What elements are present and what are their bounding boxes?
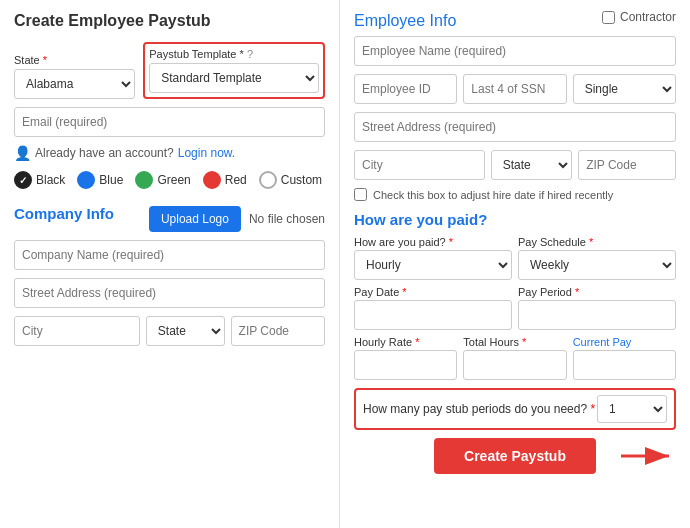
employee-zip-input[interactable] xyxy=(578,150,676,180)
paystub-template-label: Paystub Template * ? xyxy=(149,48,319,60)
arrow-indicator xyxy=(621,441,681,471)
right-panel: Employee Info Contractor Single State C xyxy=(340,0,690,528)
color-black[interactable]: ✓ Black xyxy=(14,171,65,189)
no-file-label: No file chosen xyxy=(249,212,325,226)
login-link[interactable]: Login now. xyxy=(178,146,235,160)
hourly-rate-input[interactable]: 20 xyxy=(354,350,457,380)
color-circle-red xyxy=(203,171,221,189)
stub-period-select[interactable]: 1 xyxy=(597,395,667,423)
employee-street-input[interactable] xyxy=(354,112,676,142)
color-circle-black: ✓ xyxy=(14,171,32,189)
color-circle-green xyxy=(135,171,153,189)
color-label-black: Black xyxy=(36,173,65,187)
color-label-red: Red xyxy=(225,173,247,187)
company-street-input[interactable] xyxy=(14,278,325,308)
employee-city-input[interactable] xyxy=(354,150,485,180)
color-red[interactable]: Red xyxy=(203,171,247,189)
page-title: Create Employee Paystub xyxy=(14,12,325,30)
employee-id-input[interactable] xyxy=(354,74,457,104)
adjust-hire-date-label: Check this box to adjust hire date if hi… xyxy=(373,189,613,201)
upload-logo-button[interactable]: Upload Logo xyxy=(149,206,241,232)
contractor-row: Contractor xyxy=(602,10,676,24)
color-label-custom: Custom xyxy=(281,173,322,187)
create-paystub-button[interactable]: Create Paystub xyxy=(434,438,596,474)
email-input[interactable] xyxy=(14,107,325,137)
template-help-icon[interactable]: ? xyxy=(247,48,253,60)
pay-section-title: How are you paid? xyxy=(354,211,676,228)
color-label-blue: Blue xyxy=(99,173,123,187)
color-custom[interactable]: Custom xyxy=(259,171,322,189)
total-hours-label: Total Hours * xyxy=(463,336,566,348)
color-circle-custom xyxy=(259,171,277,189)
pay-period-label: Pay Period * xyxy=(518,286,676,298)
account-text: Already have an account? xyxy=(35,146,174,160)
color-label-green: Green xyxy=(157,173,190,187)
left-panel: Create Employee Paystub State * Alabama … xyxy=(0,0,340,528)
company-info-title: Company Info xyxy=(14,205,114,222)
last4-ssn-input[interactable] xyxy=(463,74,566,104)
pay-schedule-select[interactable]: Weekly xyxy=(518,250,676,280)
filing-status-select[interactable]: Single xyxy=(573,74,676,104)
company-state-select[interactable]: State xyxy=(146,316,225,346)
employee-state-select[interactable]: State xyxy=(491,150,573,180)
person-icon: 👤 xyxy=(14,145,31,161)
color-row: ✓ Black Blue Green Red Custom xyxy=(14,171,325,189)
total-hours-input[interactable]: 40 xyxy=(463,350,566,380)
employee-name-input[interactable] xyxy=(354,36,676,66)
pay-date-input[interactable]: 05/19/2021 xyxy=(354,300,512,330)
color-circle-blue xyxy=(77,171,95,189)
pay-schedule-label: Pay Schedule * xyxy=(518,236,676,248)
current-pay-label: Current Pay xyxy=(573,336,676,348)
pay-period-input[interactable]: 05/13/2021 - 05/19/2021 xyxy=(518,300,676,330)
color-blue[interactable]: Blue xyxy=(77,171,123,189)
paystub-template-select[interactable]: Standard Template xyxy=(149,63,319,93)
company-city-input[interactable] xyxy=(14,316,140,346)
contractor-label: Contractor xyxy=(620,10,676,24)
adjust-hire-date-checkbox[interactable] xyxy=(354,188,367,201)
stub-period-label: How many pay stub periods do you need? * xyxy=(363,402,595,416)
company-zip-input[interactable] xyxy=(231,316,325,346)
how-paid-select[interactable]: Hourly xyxy=(354,250,512,280)
current-pay-input[interactable] xyxy=(573,350,676,380)
employee-info-title: Employee Info xyxy=(354,12,456,30)
hourly-rate-label: Hourly Rate * xyxy=(354,336,457,348)
stub-period-row: How many pay stub periods do you need? *… xyxy=(354,388,676,430)
company-name-input[interactable] xyxy=(14,240,325,270)
create-btn-wrapper: Create Paystub xyxy=(354,438,676,474)
pay-date-label: Pay Date * xyxy=(354,286,512,298)
state-select[interactable]: Alabama xyxy=(14,69,135,99)
color-green[interactable]: Green xyxy=(135,171,190,189)
state-label: State * xyxy=(14,54,135,66)
contractor-checkbox[interactable] xyxy=(602,11,615,24)
how-paid-label: How are you paid? * xyxy=(354,236,512,248)
